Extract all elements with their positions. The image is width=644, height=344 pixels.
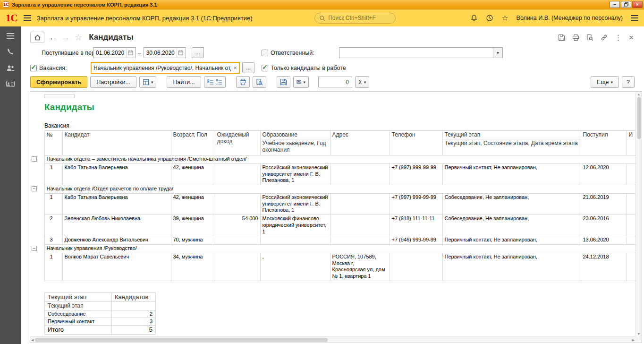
current-user[interactable]: Волина И.В. (Менеджер по персоналу)	[517, 15, 623, 21]
minimize-button[interactable]: –	[610, 1, 620, 8]
cell-income	[215, 163, 260, 185]
col-subheader-education: Учебное заведение, Год окончания	[260, 139, 330, 155]
autosum-field[interactable]: 0	[318, 77, 352, 87]
period-to-value: 30.06.2020	[146, 50, 177, 56]
responsible-checkbox[interactable]: ✓	[262, 50, 268, 56]
report-variants-icon	[143, 79, 149, 86]
period-to-input[interactable]: 30.06.2020	[144, 47, 186, 58]
cell-stage: Первичный контакт, Не запланирован,	[442, 163, 581, 185]
phone-icon[interactable]	[7, 48, 15, 56]
period-dash: –	[138, 50, 141, 56]
close-button[interactable]: ×	[632, 1, 643, 8]
period-more-button[interactable]: ...	[192, 47, 204, 58]
calendar-icon[interactable]	[126, 48, 134, 57]
cell-addr	[330, 236, 390, 245]
content-area: ← → ☆ Кандидаты ⋮ × Поступившие в период	[21, 26, 644, 344]
cell-edu: Российский экономический университет име…	[260, 193, 330, 215]
col-header-candidate: Кандидат	[62, 131, 171, 155]
candidate-row[interactable]: 1Кабо Татьяна Валерьевна42, женщинаРосси…	[30, 193, 636, 215]
contact-card-icon[interactable]	[6, 81, 15, 87]
period-from-input[interactable]: 01.06.2020	[93, 47, 136, 58]
group-collapse-toggle[interactable]: −	[30, 155, 44, 164]
collapse-icon[interactable]: −	[32, 246, 37, 251]
cell-recv: 12.06.2020	[581, 163, 627, 185]
save-report-button[interactable]	[277, 76, 290, 88]
responsible-label: Ответственный:	[271, 50, 337, 56]
scroll-down-icon[interactable]: ▼	[636, 331, 642, 336]
sigma-icon: Σ	[358, 79, 362, 86]
group-collapse-toggle[interactable]: −	[30, 185, 44, 194]
preview-report-button[interactable]	[253, 76, 266, 88]
calendar-icon[interactable]	[177, 48, 185, 57]
window-app-icon: 1С	[3, 1, 9, 8]
help-button[interactable]: ?	[622, 76, 635, 88]
candidate-row[interactable]: 3Довженков Александр Витальевич70, мужчи…	[30, 236, 636, 245]
clear-icon[interactable]: ×	[231, 64, 239, 71]
add-to-favorites-icon[interactable]: ☆	[75, 33, 82, 42]
only-active-checkbox[interactable]: ✓	[262, 65, 268, 71]
print-report-button[interactable]	[236, 76, 250, 88]
main-menu-icon[interactable]	[24, 15, 31, 21]
forward-button[interactable]: →	[62, 34, 70, 42]
scroll-left-icon[interactable]: ◀	[30, 338, 34, 342]
report-variants-button[interactable]: ▾	[139, 76, 157, 88]
summary-table-body: Собеседование2Первичный контакт3Итого5	[45, 310, 156, 334]
summary-total-label: Итого	[45, 325, 112, 334]
horizontal-scroll-thumb[interactable]	[35, 338, 328, 342]
favorites-star-icon[interactable]: ☆	[501, 14, 508, 22]
responsible-select[interactable]: ▾	[339, 47, 503, 58]
summary-header-row: Текущий этап Кандидатов	[45, 292, 156, 301]
functions-menu-icon[interactable]	[631, 15, 638, 21]
group-title: Начальник отдела – заместитель начальник…	[44, 155, 636, 164]
cell-income: 54 000	[215, 215, 260, 236]
back-button[interactable]: ←	[49, 34, 57, 42]
generate-button[interactable]: Сформировать	[30, 76, 87, 88]
vacancy-more-button[interactable]: ...	[242, 62, 254, 73]
cell-phone: +7 (946) 999-99-99	[390, 236, 442, 245]
summary-total-value: 5	[112, 325, 156, 334]
summary-subheader-row: Текущий этап	[45, 301, 156, 310]
collapse-groups-button[interactable]	[204, 76, 226, 88]
scroll-up-icon[interactable]: ▲	[636, 92, 642, 97]
vertical-scrollbar[interactable]: ▲ ▼	[636, 92, 642, 336]
global-search-input[interactable]: Поиск Ctrl+Shift+F	[314, 13, 396, 24]
print-icon[interactable]	[572, 34, 579, 41]
more-button[interactable]: Еще ▾	[591, 76, 619, 88]
notifications-bell-icon[interactable]	[470, 14, 478, 22]
save-icon	[280, 78, 287, 86]
settings-button[interactable]: Настройки...	[90, 76, 136, 88]
filters-panel: Поступившие в период: 01.06.2020 – 30.06…	[21, 44, 644, 75]
col-header-source: И	[627, 131, 636, 155]
group-title: Начальник управления /Руководство/	[44, 245, 636, 253]
vertical-scroll-thumb[interactable]	[637, 97, 641, 139]
candidate-row[interactable]: 1Волков Марат Савельевич34, мужчина,РОСС…	[30, 253, 636, 281]
people-icon[interactable]	[6, 65, 15, 72]
summary-row: Собеседование2	[45, 310, 156, 318]
candidate-row[interactable]: 2Зеленская Любовь Николаевна39, женщина5…	[30, 215, 636, 236]
sidebar-menu-icon[interactable]	[7, 33, 14, 39]
vacancy-checkbox[interactable]: ✓	[30, 65, 37, 71]
more-actions-icon[interactable]: ⋮	[615, 34, 622, 41]
collapse-icon[interactable]: −	[32, 186, 37, 191]
get-link-icon[interactable]	[601, 34, 608, 41]
history-clock-icon[interactable]	[486, 14, 493, 22]
save-icon[interactable]	[558, 34, 565, 41]
col-header-address: Адрес	[330, 131, 390, 155]
group-collapse-toggle[interactable]: −	[30, 245, 44, 253]
scroll-right-icon[interactable]: ▶	[631, 338, 636, 342]
home-button[interactable]	[30, 32, 44, 43]
print-preview-icon[interactable]	[586, 34, 593, 41]
window-title: Зарплата и управление персоналом КОРП, р…	[12, 2, 157, 8]
find-button[interactable]: Найти...	[167, 76, 201, 88]
close-form-icon[interactable]: ×	[629, 34, 634, 42]
cell-tree	[30, 163, 44, 185]
candidate-row[interactable]: 1Кабо Татьяна Валерьевна42, женщинаРосси…	[30, 163, 636, 185]
vacancy-input[interactable]: Начальник управления /Руководство/, Нача…	[91, 62, 240, 74]
send-email-button[interactable]: ✉ ▾	[293, 76, 309, 88]
restore-button[interactable]	[621, 1, 631, 8]
chevron-down-icon[interactable]: ▾	[493, 48, 502, 58]
sum-button[interactable]: Σ ▾	[355, 76, 369, 88]
cell-stage: Первичный контакт, Не запланирован,	[442, 253, 581, 281]
collapse-icon[interactable]: −	[32, 156, 37, 162]
horizontal-scrollbar[interactable]: ◀ ▶	[30, 336, 636, 343]
